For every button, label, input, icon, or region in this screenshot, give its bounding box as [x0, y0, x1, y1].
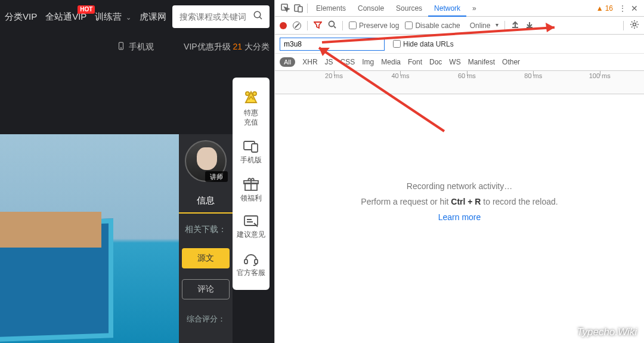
- svg-rect-14: [298, 7, 302, 12]
- rail-label: 充值: [244, 118, 258, 126]
- related-downloads-label: 相关下载：: [185, 224, 227, 235]
- rail-recharge[interactable]: 特惠 充值: [233, 84, 270, 133]
- search-icon[interactable]: [253, 10, 264, 23]
- clear-icon[interactable]: [293, 21, 301, 30]
- filter-all[interactable]: All: [280, 57, 295, 67]
- svg-rect-10: [244, 259, 247, 264]
- rail-support[interactable]: 官方客服: [233, 246, 270, 284]
- nav-allsite-vip[interactable]: 全站通VIP HOT: [45, 11, 86, 23]
- svg-marker-17: [546, 23, 555, 32]
- promo-phone[interactable]: 手机观: [129, 42, 154, 52]
- nav-training[interactable]: 训练营 ⌄: [95, 11, 131, 23]
- phone-icon: [117, 41, 125, 52]
- filter-other[interactable]: Other: [502, 58, 520, 66]
- review-button[interactable]: 评论: [182, 279, 230, 299]
- recording-msg: Recording network activity…: [407, 181, 512, 191]
- hot-badge: HOT: [78, 5, 95, 14]
- rail-label: 建议意见: [237, 230, 265, 239]
- nav-training-label: 训练营: [95, 11, 122, 21]
- tick: 100 ms: [589, 72, 611, 79]
- promo-num: 21: [233, 42, 243, 51]
- svg-point-2: [120, 48, 121, 48]
- hint-msg: Perform a request or hit Ctrl + R to rec…: [361, 197, 558, 206]
- website-pane: 分类VIP 全站通VIP HOT 训练营 ⌄ 虎课网 手机观 VIP优惠升级 2…: [0, 0, 274, 343]
- record-icon[interactable]: [280, 22, 287, 29]
- promo-bar: 手机观 VIP优惠升级 21 大分类: [0, 33, 274, 60]
- inspect-icon[interactable]: [278, 2, 292, 15]
- tick: 60 ms: [458, 72, 476, 79]
- top-nav: 分类VIP 全站通VIP HOT 训练营 ⌄ 虎课网: [0, 0, 274, 33]
- svg-rect-6: [252, 144, 258, 152]
- search-box[interactable]: [172, 5, 270, 28]
- rail-gift[interactable]: 领福利: [233, 171, 270, 209]
- chevron-down-icon: ⌄: [126, 14, 131, 21]
- rail-label: 手机版: [240, 156, 262, 164]
- svg-point-4: [253, 92, 256, 95]
- device-icon[interactable]: [292, 2, 305, 15]
- hero-image: [0, 134, 179, 343]
- close-icon[interactable]: ✕: [628, 4, 640, 13]
- rail-mobile[interactable]: 手机版: [233, 133, 270, 171]
- gear-icon[interactable]: [630, 20, 639, 31]
- svg-point-0: [254, 11, 261, 18]
- search-input[interactable]: [178, 11, 253, 22]
- warnings-counter[interactable]: ▲ 16: [596, 4, 613, 13]
- rail-feedback[interactable]: 建议意见: [233, 209, 270, 246]
- rail-label: 官方客服: [237, 268, 265, 277]
- promo-right: 大分类: [244, 42, 270, 51]
- side-rail: 特惠 充值 手机版 领福利 建议意见 官方客服: [233, 78, 270, 290]
- nav-site[interactable]: 虎课网: [140, 11, 166, 23]
- kebab-icon[interactable]: ⋮: [617, 4, 628, 13]
- rail-label: 领福利: [240, 194, 262, 202]
- tab-info[interactable]: 信息: [179, 195, 233, 214]
- nav-category-vip[interactable]: 分类VIP: [5, 11, 37, 23]
- tick: 80 ms: [524, 72, 542, 79]
- instructor-tag: 讲师: [205, 171, 228, 182]
- learn-more-link[interactable]: Learn more: [438, 212, 481, 222]
- overall-score-label: 综合评分：: [187, 314, 225, 325]
- svg-point-3: [246, 92, 249, 95]
- warn-count: 16: [605, 4, 613, 13]
- course-side-panel: 讲师 信息 相关下载： 源文 评论 综合评分：: [179, 134, 233, 343]
- filter-manifest[interactable]: Manifest: [468, 58, 495, 66]
- watermark: Typecho.Wiki: [577, 326, 637, 338]
- svg-rect-11: [255, 259, 258, 264]
- promo-left: VIP优惠升级: [184, 42, 233, 51]
- svg-point-16: [633, 23, 636, 26]
- download-source-button[interactable]: 源文: [182, 248, 230, 268]
- annotation-arrow: [313, 42, 456, 137]
- rail-label: 特惠: [244, 109, 258, 117]
